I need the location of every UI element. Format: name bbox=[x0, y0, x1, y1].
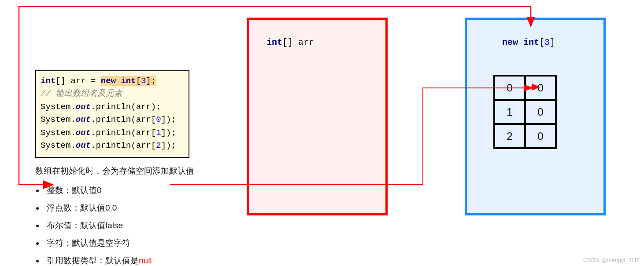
note-integer: 整数：默认值0 bbox=[44, 182, 194, 199]
notes-heading: 数组在初始化时，会为存储空间添加默认值 bbox=[35, 163, 194, 179]
note-boolean: 布尔值：默认值false bbox=[44, 217, 194, 234]
code-box: int[] arr = new int[3]; // 输出数组名及元素 Syst… bbox=[35, 70, 189, 158]
array-index-0: 0 bbox=[494, 76, 525, 100]
note-char: 字符：默认值是空字符 bbox=[44, 235, 194, 251]
table-row: 0 0 bbox=[494, 76, 556, 100]
highlight-new-int: new int bbox=[101, 76, 136, 86]
note-reference: 引用数据类型：默认值是null bbox=[44, 252, 194, 266]
note-float: 浮点数：默认值0.0 bbox=[44, 200, 194, 216]
heap-label: new int[3] bbox=[502, 37, 555, 47]
table-row: 1 0 bbox=[494, 100, 556, 124]
table-row: 2 0 bbox=[494, 124, 556, 148]
array-value-1: 0 bbox=[525, 100, 556, 124]
array-index-2: 2 bbox=[494, 124, 525, 148]
code-comment: // 输出数组名及元素 bbox=[41, 87, 184, 100]
array-value-2: 0 bbox=[525, 124, 556, 148]
array-value-0: 0 bbox=[525, 76, 556, 100]
code-line-4: System.out.println(arr[0]); bbox=[41, 113, 184, 126]
watermark: CSDN @mengyi_TUT bbox=[583, 257, 640, 263]
keyword-int: int bbox=[41, 76, 56, 86]
stack-label: int[] arr bbox=[266, 37, 314, 47]
code-line-6: System.out.println(arr[2]); bbox=[41, 139, 184, 152]
code-line-1: int[] arr = new int[3]; bbox=[41, 75, 184, 87]
array-index-1: 1 bbox=[494, 100, 525, 124]
code-line-3: System.out.println(arr); bbox=[41, 101, 184, 113]
array-content-table: 0 0 1 0 2 0 bbox=[493, 75, 557, 149]
code-line-5: System.out.println(arr[1]); bbox=[41, 127, 184, 139]
notes-block: 数组在初始化时，会为存储空间添加默认值 整数：默认值0 浮点数：默认值0.0 布… bbox=[35, 163, 194, 266]
